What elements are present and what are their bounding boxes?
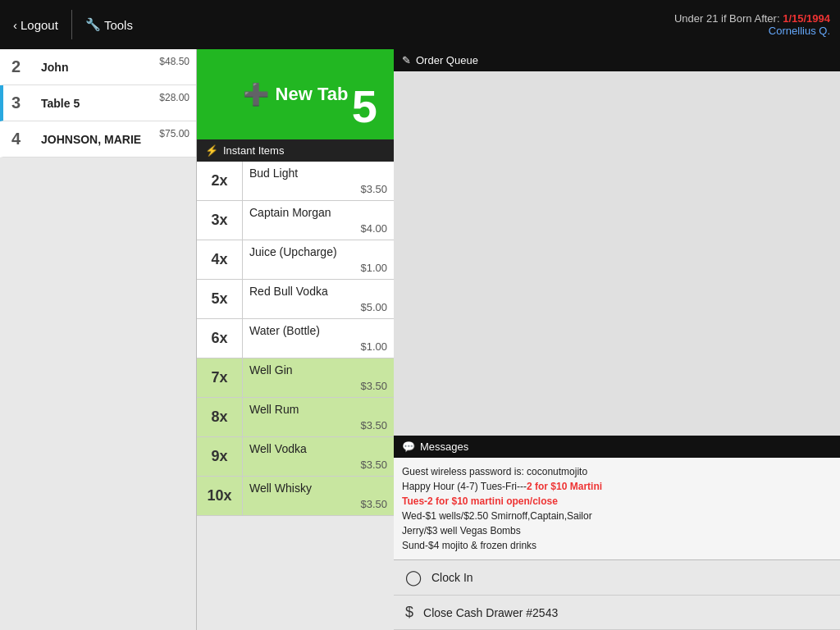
order-queue-header: ✎ Order Queue	[394, 49, 840, 71]
order-queue-body	[394, 71, 840, 436]
close-drawer-label: Close Cash Drawer #2543	[423, 606, 558, 619]
message-line-4: Wed-$1 wells/$2.50 Smirnoff,Captain,Sail…	[402, 509, 832, 523]
item-name: Captain Morgan	[249, 206, 387, 219]
logout-button[interactable]: ‹ Logout	[10, 15, 68, 35]
message-highlight: 2 for $10 Martini	[527, 481, 602, 492]
tab-number: 4	[11, 130, 31, 148]
message-line-2: Happy Hour (4-7) Tues-Fri---2 for $10 Ma…	[402, 479, 832, 494]
center-panel: ➕ New Tab 5 ⚡ Instant Items 2x Bud Light…	[197, 49, 394, 630]
messages-label: Messages	[420, 441, 468, 453]
header-left: ‹ Logout 🔧 Tools	[10, 10, 143, 39]
item-info: Juice (Upcharge) $1.00	[243, 240, 394, 279]
qty-2x[interactable]: 2x	[197, 162, 243, 200]
item-info: Well Rum $3.50	[243, 398, 394, 436]
message-line-3: Tues-2 for $10 martini open/close	[402, 494, 832, 509]
item-name: Water (Bottle)	[249, 324, 387, 337]
clock-in-label: Clock In	[431, 571, 473, 584]
chevron-left-icon: ‹	[13, 18, 17, 32]
qty-7x[interactable]: 7x	[197, 358, 243, 397]
tab-item-2[interactable]: 2 John $48.50	[0, 49, 196, 85]
clock-icon: ◯	[405, 568, 422, 587]
new-tab-button[interactable]: ➕ New Tab 5	[197, 49, 394, 139]
qty-10x[interactable]: 10x	[197, 477, 243, 515]
item-name: Well Rum	[249, 403, 387, 416]
item-price: $3.50	[249, 380, 387, 392]
instant-item-juice[interactable]: 4x Juice (Upcharge) $1.00	[197, 240, 394, 280]
item-price: $4.00	[249, 222, 387, 235]
messages-header: 💬 Messages	[394, 436, 840, 458]
messages-body: Guest wireless password is: coconutmojit…	[394, 458, 840, 559]
right-panel: ✎ Order Queue 💬 Messages Guest wireless …	[394, 49, 840, 630]
tab-item-4[interactable]: 4 JOHNSON, MARIE $75.00	[0, 121, 196, 158]
dollar-icon: $	[405, 604, 413, 621]
qty-9x[interactable]: 9x	[197, 437, 243, 476]
age-restriction-label: Under 21 if Born After: 1/15/1994	[674, 12, 830, 25]
qty-4x[interactable]: 4x	[197, 240, 243, 279]
instant-item-well-rum[interactable]: 8x Well Rum $3.50	[197, 398, 394, 437]
item-price: $3.50	[249, 459, 387, 471]
instant-item-water[interactable]: 6x Water (Bottle) $1.00	[197, 319, 394, 358]
message-highlight: Tues-2 for $10 martini open/close	[402, 495, 558, 507]
speech-icon: 💬	[402, 441, 415, 453]
message-text: Happy Hour (4-7) Tues-Fri---	[402, 481, 527, 492]
new-tab-label: ➕ New Tab	[243, 82, 349, 107]
header: ‹ Logout 🔧 Tools Under 21 if Born After:…	[0, 0, 840, 49]
item-price: $1.00	[249, 262, 387, 274]
plus-icon: ➕	[243, 82, 269, 107]
tab-number: 2	[11, 57, 31, 76]
instant-item-well-whisky[interactable]: 10x Well Whisky $3.50	[197, 477, 394, 516]
edit-icon: ✎	[402, 54, 411, 66]
header-right: Under 21 if Born After: 1/15/1994 Cornel…	[674, 12, 830, 37]
tools-button[interactable]: 🔧 Tools	[75, 14, 143, 35]
instant-items-label: Instant Items	[223, 144, 284, 157]
instant-item-red-bull-vodka[interactable]: 5x Red Bull Vodka $5.00	[197, 280, 394, 319]
tab-amount: $48.50	[159, 56, 189, 67]
item-price: $3.50	[249, 498, 387, 510]
messages-section: 💬 Messages Guest wireless password is: c…	[394, 436, 840, 559]
qty-6x[interactable]: 6x	[197, 319, 243, 358]
instant-item-captain-morgan[interactable]: 3x Captain Morgan $4.00	[197, 201, 394, 240]
instant-item-well-gin[interactable]: 7x Well Gin $3.50	[197, 358, 394, 398]
bottom-actions: ◯ Clock In $ Close Cash Drawer #2543	[394, 559, 840, 630]
instant-item-bud-light[interactable]: 2x Bud Light $3.50	[197, 162, 394, 201]
item-name: Juice (Upcharge)	[249, 245, 387, 258]
item-info: Well Vodka $3.50	[243, 437, 394, 476]
item-price: $3.50	[249, 183, 387, 195]
item-name: Well Gin	[249, 363, 387, 377]
item-name: Well Vodka	[249, 442, 387, 455]
qty-5x[interactable]: 5x	[197, 280, 243, 318]
clock-in-button[interactable]: ◯ Clock In	[394, 560, 840, 596]
employee-name: Cornellius Q.	[674, 25, 830, 37]
tab-amount: $28.00	[159, 92, 189, 103]
item-price: $1.00	[249, 340, 387, 353]
tools-label: Tools	[104, 18, 133, 32]
item-price: $5.00	[249, 301, 387, 313]
header-divider	[71, 10, 72, 39]
message-line-5: Jerry/$3 well Vegas Bombs	[402, 523, 832, 538]
close-cash-drawer-button[interactable]: $ Close Cash Drawer #2543	[394, 596, 840, 630]
instant-items-list: 2x Bud Light $3.50 3x Captain Morgan $4.…	[197, 162, 394, 516]
order-queue-label: Order Queue	[416, 54, 478, 66]
item-info: Well Whisky $3.50	[243, 477, 394, 515]
item-info: Water (Bottle) $1.00	[243, 319, 394, 358]
message-line-6: Sund-$4 mojito & frozen drinks	[402, 538, 832, 553]
item-info: Well Gin $3.50	[243, 358, 394, 397]
age-date: 1/15/1994	[783, 12, 830, 25]
tab-amount: $75.00	[159, 128, 189, 139]
wrench-icon: 🔧	[85, 17, 101, 32]
lightning-icon: ⚡	[205, 144, 218, 157]
tab-list: 2 John $48.50 3 Table 5 $28.00 4 JOHNSON…	[0, 49, 197, 630]
logout-label: Logout	[21, 18, 58, 32]
item-info: Bud Light $3.50	[243, 162, 394, 200]
tab-item-3[interactable]: 3 Table 5 $28.00	[0, 85, 196, 121]
item-name: Bud Light	[249, 167, 387, 180]
item-name: Well Whisky	[249, 482, 387, 495]
item-name: Red Bull Vodka	[249, 285, 387, 298]
qty-3x[interactable]: 3x	[197, 201, 243, 240]
tab-number-display: 5	[352, 80, 377, 133]
tab-number: 3	[11, 94, 31, 112]
item-info: Red Bull Vodka $5.00	[243, 280, 394, 318]
instant-item-well-vodka[interactable]: 9x Well Vodka $3.50	[197, 437, 394, 477]
instant-items-header: ⚡ Instant Items	[197, 139, 394, 162]
qty-8x[interactable]: 8x	[197, 398, 243, 436]
